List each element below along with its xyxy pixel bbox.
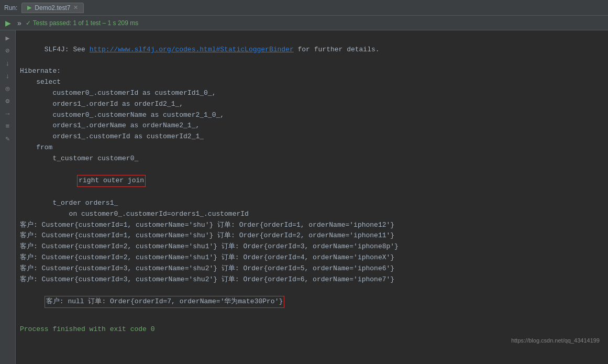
slf4j-link[interactable]: http://www.slf4j.org/codes.html#StaticLo… xyxy=(90,46,294,53)
tab-play-icon: ▶ xyxy=(27,4,31,11)
process-finished-line: Process finished with exit code 0 xyxy=(20,324,604,335)
sql-col5: orders1_.customerId as customerId2_1_ xyxy=(20,131,604,142)
slf4j-line: SLF4J: See http://www.slf4j.org/codes.ht… xyxy=(20,34,604,66)
sql-col1: customer0_.customerId as customerId1_0_, xyxy=(20,88,604,99)
watermark: https://blog.csdn.net/qq_43414199 xyxy=(20,337,604,344)
test-result: ✓ Tests passed: 1 of 1 test – 1 s 209 ms xyxy=(26,19,138,27)
sql-from: from xyxy=(20,142,604,153)
sidebar-icon-down2[interactable]: ↓ xyxy=(2,70,14,82)
right-outer-join-line: right outer join xyxy=(20,164,604,198)
sidebar-icon-arrow[interactable]: → xyxy=(2,108,14,119)
top-bar: Run: ▶ Demo2.test7 ✕ xyxy=(0,0,608,16)
sql-select: select xyxy=(20,77,604,88)
sql-table: t_customer customer0_ xyxy=(20,153,604,164)
main-content: ▶ ⊘ ↓ ↓ ◎ ⚙ → ≡ ✎ SLF4J: See http://www.… xyxy=(0,30,608,364)
toolbar: ▶ » ✓ Tests passed: 1 of 1 test – 1 s 20… xyxy=(0,16,608,30)
rerun-button[interactable]: » xyxy=(15,18,24,28)
sql-torder: t_order orders1_ xyxy=(20,198,604,209)
sidebar-icon-camera[interactable]: ◎ xyxy=(2,83,14,94)
checkmark-icon: ✓ xyxy=(26,19,31,27)
test-result-text: Tests passed: 1 of 1 test – 1 s 209 ms xyxy=(33,19,138,27)
sidebar-icon-menu[interactable]: ≡ xyxy=(2,120,14,132)
join-indent xyxy=(45,177,77,184)
sidebar-icon-run[interactable]: ▶ xyxy=(2,32,14,44)
slf4j-suffix: for further details. xyxy=(294,46,380,53)
play-button[interactable]: ▶ xyxy=(3,18,13,28)
data-line-3: 客户: Customer{customerId=2, customerName=… xyxy=(20,241,604,252)
data-line-6: 客户: Customer{customerId=3, customerName=… xyxy=(20,274,604,285)
sidebar-icon-gear[interactable]: ⚙ xyxy=(2,95,14,107)
run-label: Run: xyxy=(4,4,17,12)
data-line-2: 客户: Customer{customerId=1, customerName=… xyxy=(20,230,604,241)
output-panel[interactable]: SLF4J: See http://www.slf4j.org/codes.ht… xyxy=(16,30,608,364)
slf4j-prefix: SLF4J: See xyxy=(45,46,90,53)
run-tab[interactable]: ▶ Demo2.test7 ✕ xyxy=(21,3,84,13)
sidebar-icon-pin[interactable]: ✎ xyxy=(2,133,14,145)
null-line-text: 客户: null 订单: Order{orderId=7, orderName=… xyxy=(45,296,284,308)
data-line-4: 客户: Customer{customerId=2, customerName=… xyxy=(20,252,604,263)
sidebar: ▶ ⊘ ↓ ↓ ◎ ⚙ → ≡ ✎ xyxy=(0,30,16,364)
tab-close-icon[interactable]: ✕ xyxy=(73,4,78,11)
sql-on: on customer0_.customerId=orders1_.custom… xyxy=(20,209,604,220)
sql-col3: customer0_.customerName as customer2_1_0… xyxy=(20,110,604,121)
sidebar-icon-stop[interactable]: ⊘ xyxy=(2,45,14,57)
data-line-1: 客户: Customer{customerId=1, customerName=… xyxy=(20,220,604,231)
data-line-5: 客户: Customer{customerId=3, customerName=… xyxy=(20,263,604,274)
sql-col2: orders1_.orderId as orderId2_1_, xyxy=(20,99,604,110)
sidebar-icon-down1[interactable]: ↓ xyxy=(2,58,14,69)
tab-label: Demo2.test7 xyxy=(35,4,70,12)
hibernate-line: Hibernate: xyxy=(20,66,604,77)
sql-col4: orders1_.orderName as orderName2_1_, xyxy=(20,120,604,131)
right-outer-join-text: right outer join xyxy=(77,175,146,187)
null-line-wrapper: 客户: null 订单: Order{orderId=7, orderName=… xyxy=(20,285,604,318)
